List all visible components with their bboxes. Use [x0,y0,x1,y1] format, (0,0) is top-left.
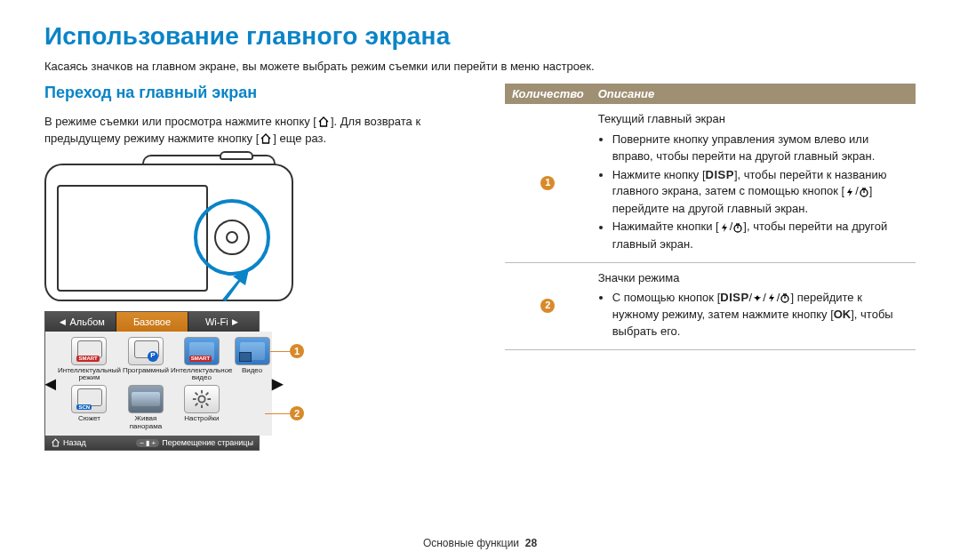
table-row: 2 Значки режима С помощью кнопок [DISP//… [505,262,916,349]
row1-bullet: Поверните кнопку управления зумом влево … [612,132,908,165]
row1-bullet: Нажмите кнопку [DISP], чтобы перейти к н… [612,167,908,218]
press-arrow-icon [217,268,254,306]
gear-icon [192,389,212,409]
svg-line-5 [195,393,197,396]
lead-text: Касаясь значков на главном экране, вы мо… [44,60,916,73]
page-footer: Основные функции 28 [0,537,960,549]
mode-settings[interactable]: Настройки [171,385,233,430]
mode-smart[interactable]: SMART Интеллектуальный режим [58,337,121,382]
callout-number-icon: 2 [540,299,555,313]
svg-point-0 [198,396,204,403]
zoom-icon: − ▮ + [136,439,159,447]
flash-icon [719,222,730,233]
callout-2: 2 [265,406,304,420]
svg-line-6 [205,404,208,406]
intro-text: В режиме съемки или просмотра нажмите кн… [44,114,480,148]
macro-icon [752,292,763,303]
tab-wifi[interactable]: Wi-Fi▶ [188,312,259,332]
callout-number-icon: 2 [290,406,304,420]
timer-icon [859,187,869,197]
row1-title: Текущий главный экран [598,111,908,128]
svg-line-8 [205,393,208,396]
flash-icon [844,187,855,197]
disp-icon: DISP [720,290,748,307]
tab-album[interactable]: ◀Альбом [45,312,116,332]
th-qty: Количество [505,84,591,104]
scroll-label: Перемещение страницы [162,438,253,447]
th-desc: Описание [591,84,916,104]
svg-line-7 [195,404,197,406]
subheading: Переход на главный экран [44,84,480,102]
camera-illustration [44,155,302,306]
flash-icon [766,292,777,303]
timer-icon [780,292,790,303]
mode-scene[interactable]: SCN Сюжет [58,385,121,430]
ok-icon: OK [834,308,852,321]
row2-bullet: С помощью кнопок [DISP///] перейдите к н… [612,290,908,340]
mode-smart-video[interactable]: SMART Интеллектуальное видео [171,337,233,382]
callout-number-icon: 1 [540,176,555,190]
home-icon [51,438,60,447]
tab-basic[interactable]: Базовое [116,312,188,332]
callout-number-icon: 1 [290,344,304,358]
mode-grid: SMART Интеллектуальный режим P Программн… [56,332,272,436]
description-table: Количество Описание 1 Текущий главный эк… [505,84,916,350]
row1-bullet: Нажимайте кнопки [ / ], чтобы перейти на… [612,219,908,252]
timer-icon [732,222,743,233]
back-label[interactable]: Назад [63,438,86,447]
prev-page-arrow[interactable]: ◀ [45,375,56,392]
dial-highlight-icon [194,199,270,276]
home-icon [316,116,331,128]
disp-icon: DISP [706,167,734,184]
table-row: 1 Текущий главный экран Поверните кнопку… [505,104,916,262]
mode-program[interactable]: P Программный [123,337,169,382]
mode-panorama[interactable]: Живая панорама [123,385,169,430]
panel-bottom-bar: Назад − ▮ + Перемещение страницы [45,436,259,450]
page-title: Использование главного экрана [44,22,916,51]
home-tabs: ◀Альбом Базовое Wi-Fi▶ [45,312,259,332]
home-icon [259,132,273,145]
callout-1: 1 [265,344,304,358]
home-screen-panel: ◀Альбом Базовое Wi-Fi▶ ◀ SMART Интеллект… [44,311,260,452]
row2-title: Значки режима [598,270,908,287]
